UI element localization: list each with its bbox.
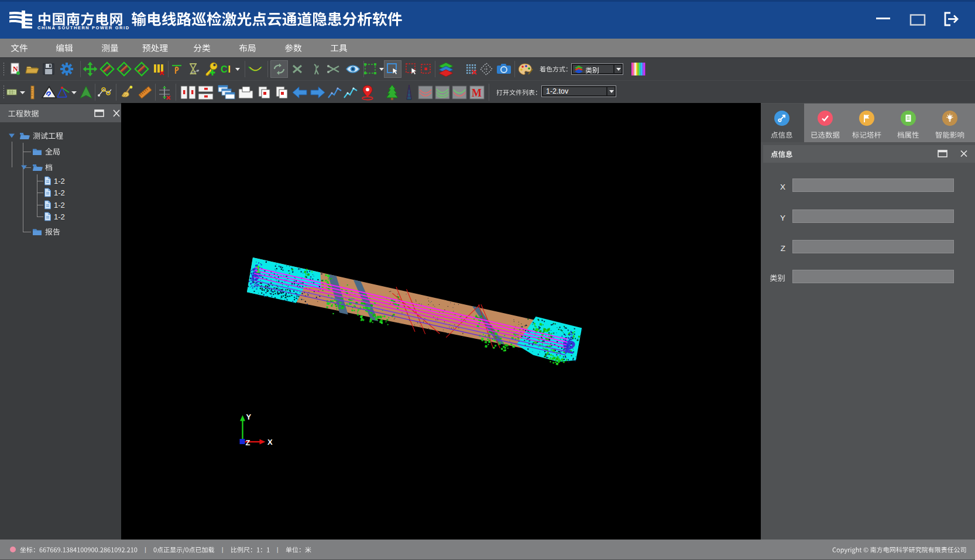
svg-text:Y: Y	[246, 413, 252, 421]
svg-text:1: 1	[256, 264, 261, 274]
svg-text:C: C	[221, 64, 228, 74]
svg-text:I: I	[228, 64, 231, 74]
svg-text:X: X	[267, 438, 273, 446]
svg-text:Z: Z	[246, 438, 250, 447]
svg-text:M: M	[472, 87, 482, 99]
